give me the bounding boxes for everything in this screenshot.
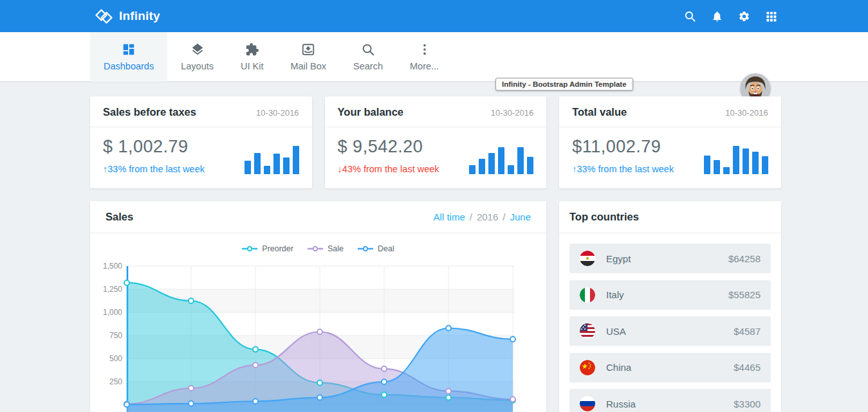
y-axis-tick: 500	[94, 354, 122, 363]
mini-bar-chart	[704, 146, 768, 174]
tab-label: UI Kit	[241, 61, 263, 71]
countries-panel-header: Top countries	[559, 201, 781, 233]
y-axis-tick: 1,500	[94, 262, 122, 271]
stat-card-header: Sales before taxes 10-30-2016	[103, 106, 299, 118]
search-icon	[361, 42, 375, 57]
stat-card-date: 10-30-2016	[256, 108, 299, 118]
stat-card-header: Total value 10-30-2016	[572, 106, 768, 118]
legend-item-deal[interactable]: Deal	[358, 244, 394, 253]
stat-card-title: Total value	[572, 106, 627, 118]
top-countries-panel: Top countries Egypt $64258 Italy $55825 …	[559, 201, 781, 412]
country-value: $3300	[734, 399, 761, 409]
russia-flag-icon	[580, 396, 595, 411]
mini-bar-chart	[245, 146, 299, 174]
legend-label: Deal	[378, 244, 394, 253]
countries-panel-title: Top countries	[569, 211, 639, 223]
country-row-china[interactable]: China $4465	[569, 353, 771, 382]
bell-icon[interactable]	[711, 10, 723, 22]
sales-chart-panel: Sales All time/2016/June PreorderSaleDea…	[90, 201, 546, 412]
legend-item-sale[interactable]: Sale	[308, 244, 344, 253]
tab-ui-kit[interactable]: UI Kit	[227, 32, 277, 82]
tab-layouts[interactable]: Layouts	[167, 32, 227, 82]
legend-marker-icon	[242, 246, 257, 252]
stat-cards-row: Sales before taxes 10-30-2016 $ 1,002.79…	[90, 96, 781, 188]
gear-icon[interactable]	[738, 10, 750, 22]
browser-tooltip: Infinity - Bootstrap Admin Template	[495, 78, 633, 91]
country-row-usa[interactable]: USA $4587	[569, 316, 771, 346]
tab-label: Search	[353, 61, 383, 71]
main-menu: Dashboards Layouts UI Kit Mail Box	[0, 32, 868, 82]
legend-label: Sale	[328, 244, 344, 253]
tab-dashboards[interactable]: Dashboards	[90, 32, 167, 82]
tab-label: Mail Box	[290, 61, 326, 71]
tab-label: Layouts	[181, 61, 214, 71]
sales-filter-june[interactable]: June	[510, 211, 531, 222]
content: Sales before taxes 10-30-2016 $ 1,002.79…	[90, 96, 781, 412]
country-name: Egypt	[606, 253, 631, 264]
divider	[90, 127, 312, 127]
apps-grid-icon[interactable]	[765, 10, 777, 22]
second-row: Sales All time/2016/June PreorderSaleDea…	[90, 201, 781, 412]
country-name: Italy	[606, 289, 624, 300]
stat-card-total-value: Total value 10-30-2016 $11,002.79 ↑33% f…	[559, 96, 781, 188]
infinity-logo-icon	[95, 8, 113, 25]
sales-panel-header: Sales All time/2016/June	[90, 201, 546, 233]
country-name: USA	[606, 326, 626, 337]
navbar-actions	[684, 10, 777, 22]
tab-search[interactable]: Search	[340, 32, 396, 82]
usa-flag-icon	[580, 323, 595, 339]
tab-more[interactable]: More...	[396, 32, 452, 82]
sales-filter-all-time[interactable]: All time	[434, 211, 465, 222]
stat-card-header: Your balance 10-30-2016	[338, 106, 534, 118]
country-value: $4465	[734, 362, 761, 373]
tab-mail-box[interactable]: Mail Box	[277, 32, 340, 82]
y-axis-tick: 1,250	[94, 285, 122, 294]
country-list: Egypt $64258 Italy $55825 USA $4587 Chin…	[559, 233, 781, 412]
time-filters: All time/2016/June	[434, 211, 531, 222]
sales-panel-title: Sales	[106, 211, 133, 223]
sales-line-chart: 1,5001,2501,000750500250	[127, 266, 546, 412]
brand[interactable]: Infinity	[95, 8, 160, 25]
y-axis-tick: 750	[94, 331, 122, 340]
divider	[325, 127, 547, 127]
search-icon[interactable]	[684, 10, 696, 22]
stat-card-sales-before-taxes: Sales before taxes 10-30-2016 $ 1,002.79…	[90, 96, 312, 188]
more-vertical-icon	[418, 42, 432, 57]
filter-separator: /	[470, 211, 472, 222]
legend-marker-icon	[308, 246, 323, 252]
sales-filter-2016[interactable]: 2016	[477, 211, 498, 222]
legend-marker-icon	[358, 246, 373, 252]
country-row-egypt[interactable]: Egypt $64258	[569, 244, 771, 273]
mini-bar-chart	[469, 146, 533, 174]
stat-card-date: 10-30-2016	[725, 108, 768, 118]
chart-legend: PreorderSaleDeal	[90, 244, 546, 253]
stat-card-date: 10-30-2016	[491, 108, 534, 118]
mailbox-icon	[301, 42, 315, 57]
legend-label: Preorder	[262, 244, 293, 253]
china-flag-icon	[580, 360, 595, 375]
country-row-italy[interactable]: Italy $55825	[569, 280, 771, 310]
legend-item-preorder[interactable]: Preorder	[242, 244, 293, 253]
country-name: Russia	[606, 399, 636, 409]
country-value: $64258	[728, 253, 761, 264]
y-axis-tick: 250	[94, 377, 122, 386]
tab-label: Dashboards	[104, 61, 154, 71]
country-value: $55825	[728, 289, 761, 300]
stat-card-title: Your balance	[338, 106, 403, 118]
italy-flag-icon	[580, 287, 595, 303]
country-row-russia[interactable]: Russia $3300	[569, 389, 771, 412]
y-axis-tick: 1,000	[94, 308, 122, 317]
country-name: China	[606, 362, 631, 373]
layers-icon	[190, 42, 205, 57]
country-value: $4587	[734, 326, 761, 337]
tabs: Dashboards Layouts UI Kit Mail Box	[90, 32, 452, 81]
tab-label: More...	[410, 61, 439, 71]
top-navbar: Infinity	[0, 0, 868, 32]
brand-name: Infinity	[119, 9, 160, 23]
puzzle-icon	[245, 42, 259, 57]
dashboard-icon	[122, 42, 136, 57]
filter-separator: /	[503, 211, 505, 222]
stat-card-your-balance: Your balance 10-30-2016 $ 9,542.20 ↓43% …	[325, 96, 547, 188]
stat-card-title: Sales before taxes	[103, 106, 196, 118]
divider	[559, 127, 781, 127]
